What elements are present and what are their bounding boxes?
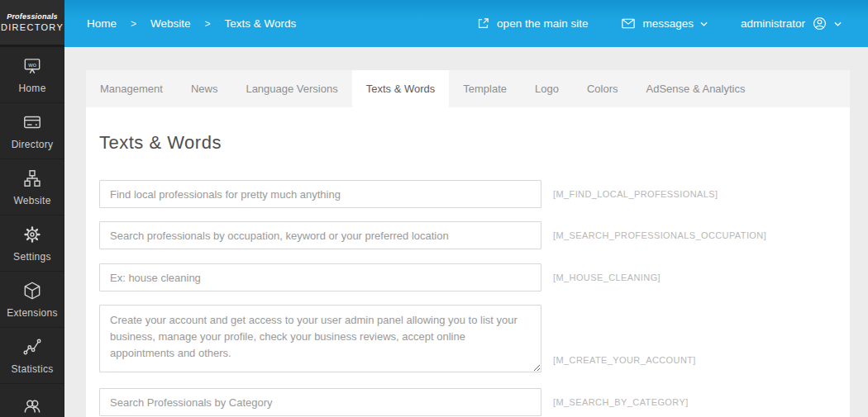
administrator-menu[interactable]: administrator <box>741 16 842 31</box>
field-row: [M_HOUSE_CLEANING] <box>99 263 850 291</box>
texts-words-panel: Texts & Words [M_FIND_LOCAL_PROFESSIONAL… <box>86 107 850 416</box>
sidebar-item-users[interactable] <box>0 384 64 417</box>
svg-text:wo: wo <box>27 61 36 69</box>
input-search-professionals-occupation[interactable] <box>99 221 541 249</box>
field-row: [M_SEARCH_BY_CATEGORY] <box>99 388 850 416</box>
sidebar-item-home[interactable]: wo Home <box>0 47 64 103</box>
users-icon <box>21 396 44 417</box>
page-title: Texts & Words <box>99 130 850 155</box>
presentation-board-icon: wo <box>21 55 43 77</box>
sidebar: Professionals DIRECTORY wo Home <box>0 0 64 417</box>
sitemap-icon <box>21 168 43 189</box>
messages-label: messages <box>642 17 694 30</box>
topbar-right: open the main site messages adminis <box>476 16 868 31</box>
input-find-local-professionals[interactable] <box>99 180 541 208</box>
app-logo[interactable]: Professionals DIRECTORY <box>0 0 64 47</box>
sidebar-item-label: Statistics <box>11 363 53 375</box>
breadcrumb-texts-words[interactable]: Texts & Words <box>225 17 297 30</box>
tab-news[interactable]: News <box>177 70 232 107</box>
tab-logo[interactable]: Logo <box>521 70 573 107</box>
field-key-label: [M_CREATE_YOUR_ACCOUNT] <box>553 355 696 365</box>
chevron-down-icon <box>834 21 842 26</box>
app-window: Professionals DIRECTORY wo Home <box>0 0 868 417</box>
open-main-site-link[interactable]: open the main site <box>476 17 588 31</box>
sidebar-item-label: Extensions <box>7 307 58 319</box>
field-row: [M_SEARCH_PROFESSIONALS_OCCUPATION] <box>99 221 850 249</box>
field-row: Create your account and get access to yo… <box>99 305 850 372</box>
sidebar-item-label: Directory <box>12 139 54 150</box>
topbar: Home > Website > Texts & Words open the … <box>64 0 868 47</box>
envelope-icon <box>621 17 636 30</box>
line-chart-icon <box>21 336 43 358</box>
sidebar-item-label: Home <box>18 83 45 94</box>
tab-bar: Management News Language Versions Texts … <box>86 70 850 107</box>
textarea-create-your-account[interactable]: Create your account and get access to yo… <box>99 305 541 372</box>
breadcrumb-home[interactable]: Home <box>87 17 117 30</box>
breadcrumb-website[interactable]: Website <box>150 17 191 30</box>
tab-adsense-analytics[interactable]: AdSense & Analytics <box>632 70 760 107</box>
breadcrumb: Home > Website > Texts & Words <box>64 17 296 30</box>
logo-line1: Professionals <box>7 12 58 21</box>
field-row: [M_FIND_LOCAL_PROFESSIONALS] <box>99 180 850 208</box>
sidebar-item-statistics[interactable]: Statistics <box>0 328 64 384</box>
tab-management[interactable]: Management <box>86 70 177 107</box>
sidebar-item-website[interactable]: Website <box>0 159 64 216</box>
external-link-icon <box>476 17 490 31</box>
user-circle-icon <box>812 16 827 31</box>
breadcrumb-separator: > <box>205 18 211 30</box>
tab-template[interactable]: Template <box>449 70 521 107</box>
field-key-label: [M_SEARCH_BY_CATEGORY] <box>553 397 689 407</box>
logo-line2: DIRECTORY <box>1 22 64 32</box>
input-search-by-category[interactable] <box>99 388 541 416</box>
field-key-label: [M_SEARCH_PROFESSIONALS_OCCUPATION] <box>553 230 766 240</box>
breadcrumb-separator: > <box>131 18 136 30</box>
sidebar-item-settings[interactable]: Settings <box>0 216 64 272</box>
listing-card-icon <box>21 111 43 133</box>
sidebar-item-extensions[interactable]: Extensions <box>0 272 64 328</box>
content-card: Management News Language Versions Texts … <box>86 70 850 417</box>
open-main-site-label: open the main site <box>497 17 588 30</box>
field-key-label: [M_HOUSE_CLEANING] <box>553 272 661 282</box>
messages-menu[interactable]: messages <box>621 17 708 30</box>
tab-language-versions[interactable]: Language Versions <box>231 70 351 107</box>
tab-texts-words[interactable]: Texts & Words <box>352 70 450 107</box>
tab-colors[interactable]: Colors <box>573 70 632 107</box>
administrator-label: administrator <box>741 17 805 30</box>
chevron-down-icon <box>700 21 708 26</box>
sidebar-item-directory[interactable]: Directory <box>0 103 64 159</box>
cube-icon <box>21 280 43 301</box>
sidebar-item-label: Settings <box>13 251 51 263</box>
field-key-label: [M_FIND_LOCAL_PROFESSIONALS] <box>553 189 718 199</box>
gear-icon <box>21 224 43 245</box>
sidebar-item-label: Website <box>13 195 50 206</box>
input-house-cleaning[interactable] <box>99 263 541 291</box>
